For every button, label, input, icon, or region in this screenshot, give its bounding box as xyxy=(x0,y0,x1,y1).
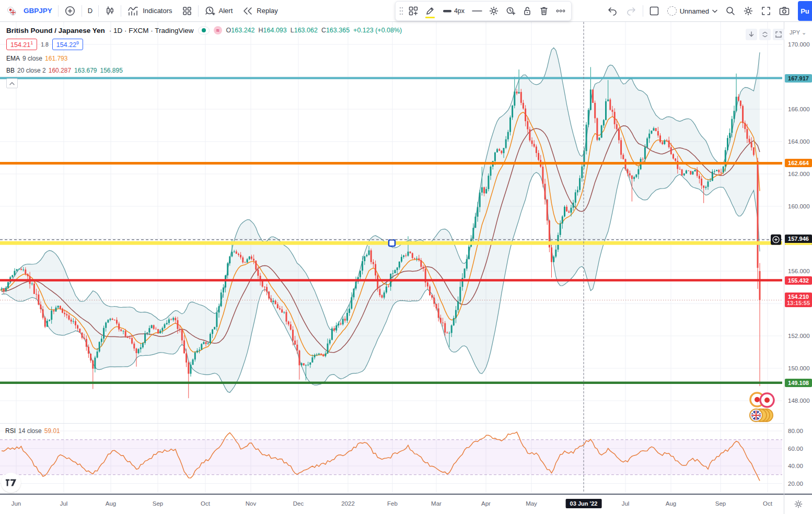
quick-search-button[interactable] xyxy=(723,3,738,19)
price-axis[interactable]: JPY ⌄ 167.917162.664157.946155.432154.21… xyxy=(784,22,812,494)
price-tick: 148.000 xyxy=(788,398,810,404)
time-tick: May xyxy=(526,500,537,507)
more-options-button[interactable] xyxy=(552,3,569,19)
rsi-legend-row[interactable]: RSI14 close 59.01 xyxy=(5,427,60,435)
price-axis-label: 167.917 xyxy=(785,74,812,83)
snapshot-button[interactable] xyxy=(776,3,793,19)
price-tick: 160.000 xyxy=(788,203,810,209)
time-tick: Jul xyxy=(60,500,68,507)
gear-icon xyxy=(794,499,803,509)
replay-button[interactable]: Replay xyxy=(237,3,282,19)
indicators-button[interactable]: Indicators xyxy=(122,3,177,19)
pane-buttons xyxy=(746,29,784,40)
price-axis-label: 154.21013:15:55 xyxy=(785,293,812,307)
chart-legend: British Pound / Japanese Yen · 1D · FXCM… xyxy=(6,26,402,88)
layout-templates-button[interactable] xyxy=(177,3,197,19)
alert-button[interactable]: Alert xyxy=(200,3,238,19)
compare-add-button[interactable] xyxy=(60,3,80,19)
layout-name-button[interactable]: Unnamed xyxy=(664,3,721,19)
template-button[interactable] xyxy=(405,3,422,19)
undo-button[interactable] xyxy=(604,3,621,19)
bid-price[interactable]: 154.211 xyxy=(6,39,37,50)
time-tick: Oct xyxy=(763,500,772,507)
ema-legend-row[interactable]: EMA9 close 161.793 xyxy=(6,55,402,62)
time-tick: 2022 xyxy=(341,500,355,507)
time-tick: Jul xyxy=(622,500,630,507)
add-alert-on-drawing-button[interactable] xyxy=(502,3,519,19)
price-tick: 150.000 xyxy=(788,365,810,371)
scroll-to-recent-button[interactable] xyxy=(746,29,757,40)
time-axis[interactable]: JunJulAugSepOctNovDec2022FebMarAprMay03 … xyxy=(0,494,812,514)
price-axis-label: 155.432 xyxy=(785,276,812,285)
ohlc-values: O163.242H164.093L163.062C163.365+0.123 (… xyxy=(226,27,402,34)
price-tick: 170.000 xyxy=(788,41,810,48)
chart-settings-button[interactable] xyxy=(740,3,756,19)
candlestick-icon xyxy=(105,5,115,17)
rsi-tick: 40.00 xyxy=(788,463,803,469)
redo-button[interactable] xyxy=(623,3,640,19)
lock-drawing-button[interactable] xyxy=(519,3,536,19)
undo-icon xyxy=(607,6,618,16)
bb-legend-row[interactable]: BB20 close 2 160.287163.679156.895 xyxy=(6,67,402,74)
time-tick: Nov xyxy=(246,500,256,507)
thick-dash-icon xyxy=(443,9,453,13)
chart-style-button[interactable] xyxy=(100,3,120,19)
approx-data-icon[interactable]: ≈ xyxy=(214,26,222,34)
symbol-flags-icon xyxy=(6,6,17,16)
cloud-save-icon xyxy=(667,6,677,16)
symbol-logo xyxy=(4,3,19,19)
rsi-pane[interactable] xyxy=(0,423,784,493)
collapse-pane-button[interactable] xyxy=(759,29,771,40)
gear-icon xyxy=(743,6,753,16)
publish-button[interactable]: Pu xyxy=(798,1,812,21)
price-axis-currency[interactable]: JPY ⌄ xyxy=(790,29,806,36)
line-style-button[interactable] xyxy=(469,3,485,19)
price-tick: 162.000 xyxy=(788,171,810,177)
chevron-down-icon xyxy=(712,9,717,13)
axis-settings-corner[interactable] xyxy=(784,494,812,514)
time-tick: Feb xyxy=(387,500,398,507)
symbol-button[interactable]: GBPJPY xyxy=(19,3,57,19)
tradingview-logo-icon xyxy=(5,478,17,487)
indicators-icon xyxy=(127,5,140,17)
market-status-icon[interactable] xyxy=(198,27,210,34)
fullscreen-button[interactable] xyxy=(758,3,774,19)
grid-plus-icon xyxy=(408,6,419,16)
drawing-settings-button[interactable] xyxy=(485,3,502,19)
delete-drawing-button[interactable] xyxy=(536,3,552,19)
interval-button[interactable]: D xyxy=(83,3,97,19)
flag-coin-stickers[interactable] xyxy=(750,393,774,422)
ask-price[interactable]: 154.229 xyxy=(52,39,83,50)
trash-icon xyxy=(539,6,549,16)
chevron-up-icon xyxy=(9,82,15,85)
maximize-pane-button[interactable] xyxy=(773,29,784,40)
redo-icon xyxy=(625,6,637,16)
color-pencil-button[interactable] xyxy=(422,3,438,19)
ema-value: 161.793 xyxy=(45,55,67,62)
time-tick: Dec xyxy=(293,500,304,507)
crosshair-date-label: 03 Jun '22 xyxy=(566,499,602,508)
drawing-settings-toolbar: 4px xyxy=(395,1,572,21)
price-axis-label: 157.946 xyxy=(785,235,812,245)
alert-clock-icon xyxy=(204,5,216,17)
drag-handle[interactable] xyxy=(398,3,405,19)
drag-dots-icon xyxy=(399,7,403,15)
symbol-title[interactable]: British Pound / Japanese Yen xyxy=(6,27,105,34)
bb-values: 160.287163.679156.895 xyxy=(49,67,126,74)
time-tick: Aug xyxy=(106,500,116,507)
time-tick: Mar xyxy=(431,500,442,507)
spread-value: 1.8 xyxy=(41,41,49,48)
price-tick: 166.000 xyxy=(788,106,810,112)
ellipsis-icon xyxy=(556,9,565,13)
chart-area[interactable]: JPY ⌄ 167.917162.664157.946155.432154.21… xyxy=(0,22,812,514)
search-icon xyxy=(725,6,736,16)
pencil-icon xyxy=(425,6,435,16)
line-width-button[interactable]: 4px xyxy=(438,3,469,19)
select-layout-button[interactable] xyxy=(646,3,662,19)
collapse-legend-button[interactable] xyxy=(6,78,18,88)
price-axis-label: 162.664 xyxy=(785,159,812,167)
symbol-meta: · 1D · FXCM · TradingView xyxy=(109,27,194,34)
tradingview-watermark[interactable] xyxy=(1,473,21,493)
time-tick: Aug xyxy=(666,500,676,507)
maximize-icon xyxy=(775,31,782,38)
